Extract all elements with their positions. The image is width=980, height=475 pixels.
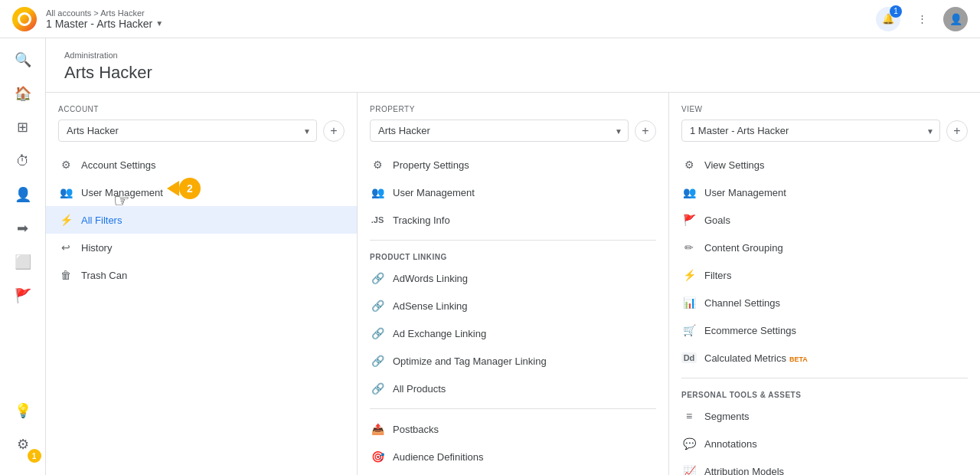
- goals-item[interactable]: 🚩 Goals: [669, 206, 980, 234]
- goals-label: Goals: [704, 215, 968, 226]
- sidebar-item-search[interactable]: 🔍: [8, 44, 38, 75]
- view-settings-item[interactable]: ⚙ View Settings: [669, 151, 980, 179]
- admin-title: Arts Hacker: [64, 63, 962, 83]
- breadcrumb: All accounts > Arts Hacker: [46, 8, 163, 18]
- channel-settings-icon: 📊: [681, 295, 697, 310]
- all-products-icon: 🔗: [370, 381, 385, 396]
- segments-icon: ≡: [681, 408, 697, 424]
- property-select[interactable]: Arts Hacker ▼: [370, 120, 629, 142]
- more-divider: [370, 408, 656, 409]
- calculated-metrics-label: Calculated MetricsBETA: [704, 352, 968, 364]
- adsense-linking-icon: 🔗: [370, 298, 385, 313]
- history-label: History: [81, 242, 345, 254]
- view-column: VIEW 1 Master - Arts Hacker ▼ +: [669, 93, 980, 475]
- property-label: PROPERTY: [370, 105, 656, 113]
- ecommerce-settings-label: Ecommerce Settings: [704, 325, 968, 336]
- ecommerce-settings-icon: 🛒: [681, 323, 697, 338]
- notification-button[interactable]: 🔔 1: [876, 7, 900, 31]
- ad-exchange-linking-item[interactable]: 🔗 Ad Exchange Linking: [358, 319, 668, 347]
- view-user-management-icon: 👥: [681, 185, 697, 200]
- view-settings-icon: ⚙: [681, 157, 697, 172]
- all-filters-item[interactable]: ⚡ All Filters: [46, 206, 357, 234]
- trash-can-item[interactable]: 🗑 Trash Can: [46, 261, 357, 289]
- ad-exchange-icon: 🔗: [370, 326, 385, 341]
- attribution-models-icon: 📈: [681, 464, 697, 475]
- account-settings-icon: ⚙: [58, 157, 74, 172]
- view-filters-item[interactable]: ⚡ Filters: [669, 261, 980, 289]
- segments-item[interactable]: ≡ Segments: [669, 402, 980, 430]
- property-settings-item[interactable]: ⚙ Property Settings: [358, 151, 668, 179]
- content-grouping-icon: ✏: [681, 240, 697, 255]
- sidebar-item-settings[interactable]: ⚙ 1: [8, 429, 38, 460]
- cursor-hand: ☞: [113, 190, 130, 211]
- user-avatar[interactable]: 👤: [943, 7, 968, 31]
- callout-2-container: 2: [167, 178, 201, 199]
- account-column: ACCOUNT Arts Hacker ▼ +: [46, 93, 358, 475]
- personal-tools-divider: [681, 378, 968, 378]
- view-user-management-item[interactable]: 👥 User Management: [669, 179, 980, 206]
- sidebar-item-dashboard[interactable]: ⊞: [8, 112, 38, 142]
- account-user-management-item[interactable]: 👥 User Management: [46, 179, 357, 206]
- annotations-item[interactable]: 💬 Annotations: [669, 430, 980, 457]
- sidebar-item-discover[interactable]: 💡: [8, 395, 38, 426]
- trash-icon: 🗑: [58, 267, 74, 283]
- history-item[interactable]: ↩ History: [46, 234, 357, 261]
- channel-settings-item[interactable]: 📊 Channel Settings: [669, 289, 980, 316]
- content-grouping-item[interactable]: ✏ Content Grouping: [669, 234, 980, 261]
- audience-definitions-item[interactable]: 🎯 Audience Definitions: [358, 443, 668, 470]
- sidebar-item-audience[interactable]: 👤: [8, 179, 38, 210]
- adwords-linking-icon: 🔗: [370, 270, 385, 286]
- app-logo[interactable]: [12, 7, 37, 31]
- left-sidebar: 🔍 🏠 ⊞ ⏱ 👤 ➡ ⬜ 🚩 💡 ⚙ 1: [0, 38, 46, 475]
- adwords-linking-item[interactable]: 🔗 AdWords Linking: [358, 264, 668, 292]
- postbacks-label: Postbacks: [393, 424, 656, 435]
- view-filters-icon: ⚡: [681, 267, 697, 283]
- postbacks-item[interactable]: 📤 Postbacks: [358, 415, 668, 443]
- attribution-models-item[interactable]: 📈 Attribution Models: [669, 457, 980, 475]
- ecommerce-settings-item[interactable]: 🛒 Ecommerce Settings: [669, 316, 980, 344]
- more-options-button[interactable]: ⋮: [910, 7, 934, 31]
- ad-exchange-label: Ad Exchange Linking: [393, 328, 656, 339]
- annotations-icon: 💬: [681, 436, 697, 451]
- adsense-linking-label: AdSense Linking: [393, 300, 656, 312]
- tracking-info-icon: .JS: [370, 212, 385, 228]
- account-select[interactable]: Arts Hacker ▼: [58, 120, 317, 142]
- segments-label: Segments: [704, 411, 968, 422]
- attribution-models-label: Attribution Models: [704, 466, 968, 476]
- all-filters-label: All Filters: [81, 215, 345, 226]
- account-column-header: ACCOUNT Arts Hacker ▼ +: [46, 105, 357, 151]
- account-settings-item[interactable]: ⚙ Account Settings: [46, 151, 357, 179]
- optimize-tag-manager-item[interactable]: 🔗 Optimize and Tag Manager Linking: [358, 347, 668, 375]
- view-select[interactable]: 1 Master - Arts Hacker ▼: [681, 120, 940, 142]
- view-user-management-label: User Management: [704, 187, 968, 198]
- property-add-button[interactable]: +: [635, 120, 656, 142]
- calculated-metrics-item[interactable]: Dd Calculated MetricsBETA: [669, 344, 980, 372]
- sidebar-item-home[interactable]: 🏠: [8, 78, 38, 109]
- adwords-linking-label: AdWords Linking: [393, 273, 656, 284]
- sidebar-item-behavior[interactable]: ⬜: [8, 247, 38, 277]
- property-user-management-item[interactable]: 👥 User Management: [358, 179, 668, 206]
- sidebar-item-realtime[interactable]: ⏱: [8, 146, 38, 176]
- custom-definitions-item[interactable]: Dd Custom Definitions: [358, 470, 668, 475]
- view-settings-label: View Settings: [704, 159, 968, 171]
- calculated-metrics-icon: Dd: [681, 350, 697, 365]
- view-label: VIEW: [681, 105, 968, 113]
- annotations-label: Annotations: [704, 438, 968, 450]
- account-title[interactable]: 1 Master - Arts Hacker ▼: [46, 18, 163, 30]
- tracking-info-item[interactable]: .JS Tracking Info: [358, 206, 668, 234]
- notification-badge: 1: [890, 5, 902, 18]
- account-add-button[interactable]: +: [323, 120, 345, 142]
- view-add-button[interactable]: +: [946, 120, 968, 142]
- property-settings-label: Property Settings: [393, 159, 656, 171]
- sidebar-item-conversions[interactable]: 🚩: [8, 280, 38, 311]
- account-settings-label: Account Settings: [81, 159, 345, 171]
- sidebar-item-acquisition[interactable]: ➡: [8, 213, 38, 244]
- product-linking-header: PRODUCT LINKING: [358, 247, 668, 264]
- postbacks-icon: 📤: [370, 421, 385, 437]
- personal-tools-header: PERSONAL TOOLS & ASSETS: [669, 385, 980, 402]
- callout-2-arrow: [167, 181, 179, 196]
- product-linking-divider: [370, 240, 656, 241]
- content-grouping-label: Content Grouping: [704, 242, 968, 254]
- adsense-linking-item[interactable]: 🔗 AdSense Linking: [358, 292, 668, 319]
- all-products-item[interactable]: 🔗 All Products: [358, 375, 668, 402]
